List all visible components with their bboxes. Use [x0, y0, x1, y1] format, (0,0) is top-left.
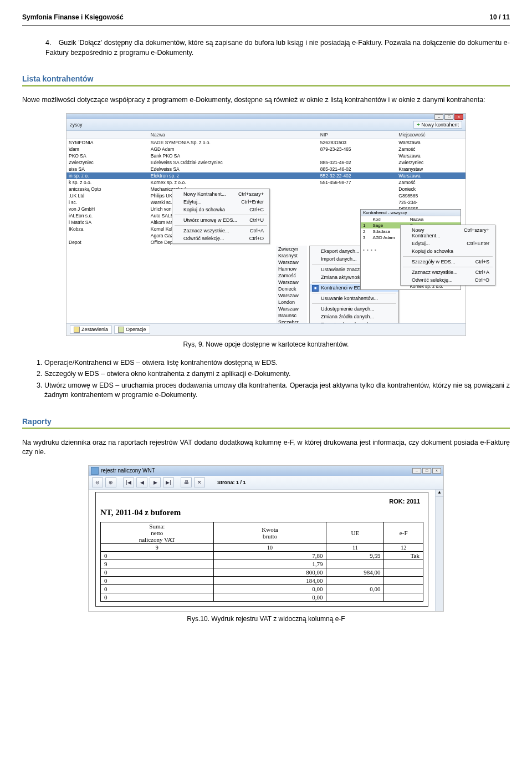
report-toolbar: ⊖ ⊕ |◀ ◀ ▶ ▶| 🖶 ✕ Strona: 1 / 1 [89, 476, 443, 490]
intro-num: 4. [45, 38, 57, 48]
plus-icon: + [417, 122, 420, 128]
tab-label[interactable]: zyscy [70, 122, 83, 128]
report-window-title: rejestr naliczony WNT [101, 467, 155, 474]
last-page-icon[interactable]: ▶| [163, 477, 174, 487]
section-rule-2 [22, 428, 510, 429]
tab-zestawienia[interactable]: Zestawienia [70, 326, 112, 334]
menu-item[interactable]: Zmiana źródła danych... [310, 313, 398, 321]
intro-paragraph: 4. Guzik 'Dołącz' dostępny dla dokumentó… [45, 38, 510, 58]
minimize-icon[interactable]: – [412, 468, 421, 474]
window-titlebar: – □ × [66, 114, 466, 119]
section-lista-title: Lista kontrahentów [22, 74, 510, 83]
menu-item[interactable]: Zaznacz wszystkie...Ctrl+A [401, 268, 495, 276]
app-icon [91, 467, 99, 475]
zoom-out-icon[interactable]: ⊖ [92, 477, 103, 487]
menu-item[interactable]: Udostępnienie danych... [310, 305, 398, 313]
prev-page-icon[interactable]: ◀ [136, 477, 147, 487]
menu-item[interactable]: Utwórz umowę w EDS...Ctrl+U [172, 216, 269, 224]
first-page-icon[interactable]: |◀ [123, 477, 134, 487]
toolbar: zyscy + Nowy kontrahent [66, 119, 466, 131]
city-column: ZwierzynKrasnystWarszawHannowZamośćWarsz… [276, 246, 307, 326]
report-titlebar: rejestr naliczony WNT – □ × [89, 466, 443, 476]
screenshot-report: rejestr naliczony WNT – □ × ⊖ ⊕ |◀ ◀ ▶ ▶… [88, 465, 444, 612]
maximize-icon[interactable]: □ [444, 114, 453, 120]
bottom-tabs: Zestawienia Operacje [66, 323, 466, 335]
gear-icon [118, 327, 124, 333]
menu-item[interactable]: Kopiuj do schowkaCtrl+C [172, 206, 269, 213]
report-document: ROK: 2011 NT, 2011-04 z buforem Suma:net… [95, 492, 428, 607]
scrollbar[interactable]: ▲ [435, 490, 443, 611]
page-indicator: Strona: 1 / 1 [217, 480, 246, 485]
popup-title: Kontrahenci - wszyscy [361, 210, 461, 216]
report-title: NT, 2011-04 z buforem [100, 508, 423, 517]
menu-item[interactable]: Zaznacz wszystkie...Ctrl+A [172, 227, 269, 235]
menu-item[interactable]: Odwróć selekcję...Ctrl+O [401, 276, 495, 284]
menu-item[interactable]: Odwróć selekcję...Ctrl+O [172, 235, 269, 242]
new-contractor-button[interactable]: + Nowy kontrahent [413, 121, 462, 129]
menu-item[interactable]: Usuwanie kontrahentów... [310, 294, 398, 302]
context-menu-main[interactable]: Nowy Kontrahent...Ctrl+szary+Edytuj...Ct… [172, 189, 270, 244]
menu-item[interactable]: Szczegóły w EDS...Ctrl+S [401, 258, 495, 266]
list-item: Utwórz umowę w EDS – uruchamia proces do… [44, 381, 510, 400]
close-toolbar-icon[interactable]: ✕ [194, 477, 205, 487]
menu-item[interactable]: Nowy Kontrahent...Ctrl+szary+ [401, 226, 495, 240]
close-icon[interactable]: × [432, 468, 441, 474]
caption-2: Rys.10. Wydruk rejestru VAT z widoczną k… [22, 615, 510, 623]
menu-item[interactable]: Nowy Kontrahent...Ctrl+szary+ [172, 190, 269, 198]
list-item: Szczegóły w EDS – otwiera okno kontrahen… [44, 369, 510, 379]
header-rule [22, 26, 510, 26]
section-raporty-title: Raporty [22, 417, 510, 426]
report-table: Suma:nettonaliczony VATKwotabruttoUEe-F9… [100, 522, 423, 602]
zoom-in-icon[interactable]: ⊕ [105, 477, 116, 487]
section-rule [22, 85, 510, 87]
section2-body: Na wydruku dziennika oraz na raportach r… [22, 438, 510, 457]
screenshot-kontrahenci: – □ × zyscy + Nowy kontrahent NazwaNIPMi… [66, 113, 466, 336]
header-right: 10 / 11 [489, 13, 510, 21]
print-icon[interactable]: 🖶 [181, 477, 192, 487]
next-page-icon[interactable]: ▶ [150, 477, 161, 487]
menu-item[interactable]: Edytuj...Ctrl+Enter [401, 240, 495, 247]
intro-text: Guzik 'Dołącz' dostępny dla dokumentów, … [45, 39, 510, 57]
close-icon[interactable]: × [454, 114, 463, 120]
header-left: Symfonia Finanse i Księgowość [22, 13, 124, 21]
minimize-icon[interactable]: – [434, 114, 443, 120]
context-menu-detail[interactable]: Nowy Kontrahent...Ctrl+szary+Edytuj...Ct… [400, 225, 495, 286]
report-year: ROK: 2011 [100, 498, 420, 505]
section1-body: Nowe możliwości dotyczące współpracy z p… [22, 95, 510, 105]
sheet-icon [74, 327, 80, 333]
caption-1: Rys, 9. Nowe opcje dostępne w kartotece … [22, 340, 510, 348]
tab-operacje[interactable]: Operacje [114, 326, 150, 334]
menu-item[interactable]: Edytuj...Ctrl+Enter [172, 198, 269, 206]
feature-list: Operacje/Kontrahenci w EDS – otwiera lis… [44, 358, 510, 400]
page-header: Symfonia Finanse i Księgowość 10 / 11 [22, 13, 510, 21]
maximize-icon[interactable]: □ [422, 468, 431, 474]
menu-item[interactable]: Kopiuj do schowka [401, 247, 495, 255]
list-item: Operacje/Kontrahenci w EDS – otwiera lis… [44, 358, 510, 368]
